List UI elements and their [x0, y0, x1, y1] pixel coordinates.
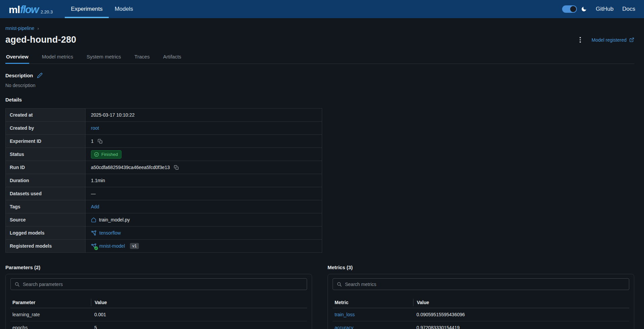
details-table: Created at 2025-03-17 10:10:22 Created b…: [5, 108, 322, 253]
details-row-datasets: Datasets used —: [6, 187, 322, 200]
metric-link[interactable]: train_loss: [335, 312, 355, 317]
metrics-search[interactable]: [333, 278, 629, 290]
tab-traces[interactable]: Traces: [134, 52, 150, 64]
details-row-source: Source train_model.py: [6, 213, 322, 227]
registered-model-link[interactable]: mnist-model: [99, 243, 125, 249]
parameter-name: learning_rate: [10, 312, 91, 317]
home-icon: [91, 217, 96, 222]
parameter-name: epochs: [10, 325, 91, 329]
column-header-parameter: Parameter: [10, 300, 91, 305]
breadcrumb-experiment-link[interactable]: mnist-pipeline: [5, 26, 34, 31]
parameters-search[interactable]: [10, 278, 307, 290]
metric-value: 0.09059515595436096: [413, 312, 629, 317]
detail-label: Logged models: [6, 227, 86, 240]
external-link-icon: [629, 37, 634, 42]
breadcrumb: mnist-pipeline ›: [5, 26, 634, 31]
metrics-panel: Metric Value train_loss 0.09059515595436…: [328, 274, 634, 329]
edit-pencil-icon[interactable]: [37, 73, 43, 78]
parameter-row: learning_rate 0.001: [10, 308, 307, 321]
detail-label: Run ID: [6, 161, 86, 174]
version-label: 2.20.3: [41, 9, 53, 15]
source-file-value: train_model.py: [99, 217, 130, 222]
parameters-table: Parameter Value learning_rate 0.001 epoc…: [10, 297, 307, 329]
parameter-value: 5: [91, 325, 307, 329]
overflow-menu-button[interactable]: [578, 35, 583, 45]
created-by-link[interactable]: root: [91, 125, 99, 131]
parameter-row: epochs 5: [10, 321, 307, 329]
parameters-heading: Parameters (2): [5, 264, 312, 270]
detail-label: Duration: [6, 174, 86, 187]
run-id-value: a50cdfa68259439ca46eea5fcd0f3e13: [91, 165, 170, 170]
description-empty-text: No description: [5, 83, 634, 88]
navbar-tabs: Experiments Models: [65, 0, 139, 18]
details-row-run-id: Run ID a50cdfa68259439ca46eea5fcd0f3e13: [6, 161, 322, 174]
details-heading: Details: [5, 97, 634, 102]
tab-system-metrics[interactable]: System metrics: [86, 52, 122, 64]
metric-value: 0.972083330154419: [413, 325, 629, 329]
description-heading: Description: [5, 73, 33, 78]
nav-tab-models[interactable]: Models: [109, 0, 139, 18]
search-icon: [14, 282, 20, 287]
registered-check-icon: [94, 246, 98, 250]
column-header-metric: Metric: [333, 300, 413, 305]
run-page-tabs: Overview Model metrics System metrics Tr…: [5, 52, 634, 64]
metric-row: accuracy 0.972083330154419: [333, 321, 629, 329]
metric-link[interactable]: accuracy: [335, 325, 353, 329]
nav-tab-experiments[interactable]: Experiments: [65, 0, 108, 18]
detail-label: Datasets used: [6, 187, 86, 200]
detail-label: Registered models: [6, 240, 86, 253]
details-row-registered-models: Registered models mnist-model v1: [6, 240, 322, 253]
parameters-section: Parameters (2) Parameter Value learning_…: [5, 264, 312, 329]
detail-label: Status: [6, 148, 86, 161]
top-navbar: ml flow 2.20.3 Experiments Models GitHub…: [0, 0, 644, 18]
search-icon: [337, 282, 342, 287]
metric-row: train_loss 0.09059515595436096: [333, 308, 629, 321]
detail-value: 1: [91, 138, 94, 144]
logged-model-link[interactable]: tensorflow: [99, 230, 121, 236]
detail-label: Tags: [6, 200, 86, 213]
detail-label: Created at: [6, 109, 86, 122]
logo-flow-text: flow: [20, 4, 38, 15]
parameters-search-input[interactable]: [23, 282, 303, 287]
page-title: aged-hound-280: [5, 35, 76, 45]
metrics-section: Metrics (3) Metric Value train_loss 0.0: [328, 264, 634, 329]
details-row-status: Status Finished: [6, 148, 322, 161]
detail-value: —: [86, 187, 322, 200]
docs-link[interactable]: Docs: [622, 6, 635, 12]
detail-value: 1.1min: [86, 174, 322, 187]
model-version-badge: v1: [130, 243, 139, 249]
metrics-table: Metric Value train_loss 0.09059515595436…: [333, 297, 629, 329]
parameters-panel: Parameter Value learning_rate 0.001 epoc…: [5, 274, 312, 329]
moon-icon: [581, 6, 587, 12]
details-row-tags: Tags Add: [6, 200, 322, 213]
github-link[interactable]: GitHub: [596, 6, 613, 12]
details-row-experiment-id: Experiment ID 1: [6, 135, 322, 148]
chevron-right-icon: ›: [37, 26, 39, 31]
copy-icon[interactable]: [174, 165, 179, 170]
theme-toggle[interactable]: [562, 5, 577, 13]
tab-model-metrics[interactable]: Model metrics: [41, 52, 74, 64]
detail-label: Created by: [6, 122, 86, 135]
detail-value: 2025-03-17 10:10:22: [86, 109, 322, 122]
details-row-duration: Duration 1.1min: [6, 174, 322, 187]
metrics-heading: Metrics (3): [328, 264, 634, 270]
check-circle-icon: [94, 152, 99, 157]
column-header-value: Value: [413, 299, 629, 306]
details-row-created-at: Created at 2025-03-17 10:10:22: [6, 109, 322, 122]
model-registered-link[interactable]: Model registered: [592, 37, 634, 43]
mlflow-logo[interactable]: ml flow 2.20.3: [9, 0, 53, 18]
details-row-logged-models: Logged models tensorflow: [6, 227, 322, 240]
status-badge: Finished: [91, 150, 121, 159]
logo-ml-text: ml: [9, 5, 20, 15]
detail-label: Source: [6, 213, 86, 227]
metrics-search-input[interactable]: [345, 282, 625, 287]
registered-model-icon: [91, 243, 97, 249]
details-row-created-by: Created by root: [6, 122, 322, 135]
copy-icon[interactable]: [98, 139, 103, 144]
model-icon: [91, 230, 97, 236]
parameter-value: 0.001: [91, 312, 307, 317]
tab-artifacts[interactable]: Artifacts: [162, 52, 182, 64]
tab-overview[interactable]: Overview: [5, 52, 29, 64]
toggle-knob: [570, 6, 576, 12]
add-tag-link[interactable]: Add: [91, 204, 99, 209]
